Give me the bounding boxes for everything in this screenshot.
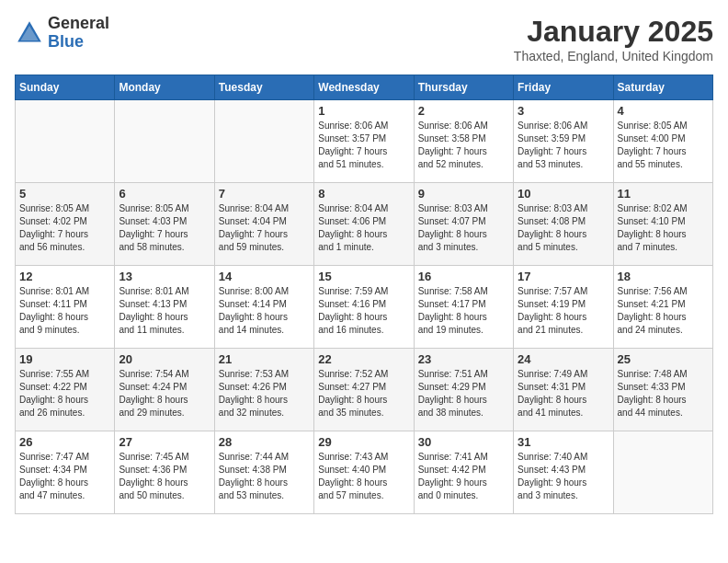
day-info: Sunrise: 7:41 AM Sunset: 4:42 PM Dayligh… <box>418 451 509 502</box>
day-number: 24 <box>518 352 609 366</box>
day-info: Sunrise: 8:04 AM Sunset: 4:04 PM Dayligh… <box>219 202 310 254</box>
day-number: 8 <box>318 187 409 201</box>
day-info: Sunrise: 7:48 AM Sunset: 4:33 PM Dayligh… <box>618 368 709 419</box>
calendar-cell: 20Sunrise: 7:54 AM Sunset: 4:24 PM Dayli… <box>115 349 214 431</box>
calendar-cell: 9Sunrise: 8:03 AM Sunset: 4:07 PM Daylig… <box>414 183 513 266</box>
day-info: Sunrise: 7:54 AM Sunset: 4:24 PM Dayligh… <box>119 368 210 419</box>
calendar-week-row: 1Sunrise: 8:06 AM Sunset: 3:57 PM Daylig… <box>16 100 713 183</box>
day-number: 1 <box>318 104 409 118</box>
day-number: 2 <box>418 104 509 118</box>
weekday-header: Thursday <box>414 75 513 100</box>
calendar-cell: 22Sunrise: 7:52 AM Sunset: 4:27 PM Dayli… <box>314 349 414 431</box>
calendar-week-row: 5Sunrise: 8:05 AM Sunset: 4:02 PM Daylig… <box>16 183 713 266</box>
day-info: Sunrise: 8:05 AM Sunset: 4:02 PM Dayligh… <box>19 202 110 254</box>
calendar-cell: 2Sunrise: 8:06 AM Sunset: 3:58 PM Daylig… <box>414 100 513 183</box>
weekday-header: Monday <box>115 75 214 100</box>
day-info: Sunrise: 8:00 AM Sunset: 4:14 PM Dayligh… <box>219 285 310 337</box>
day-number: 20 <box>119 352 210 366</box>
calendar-week-row: 26Sunrise: 7:47 AM Sunset: 4:34 PM Dayli… <box>16 431 713 514</box>
month-title: January 2025 <box>514 15 713 49</box>
logo-general-text: General <box>48 15 109 33</box>
day-number: 3 <box>518 104 609 118</box>
calendar-cell: 13Sunrise: 8:01 AM Sunset: 4:13 PM Dayli… <box>115 266 214 349</box>
page-header: General Blue January 2025 Thaxted, Engla… <box>15 15 713 63</box>
logo-icon <box>15 18 44 48</box>
calendar-cell <box>16 100 115 183</box>
day-info: Sunrise: 7:56 AM Sunset: 4:21 PM Dayligh… <box>618 285 709 337</box>
day-number: 6 <box>119 187 210 201</box>
calendar-cell: 24Sunrise: 7:49 AM Sunset: 4:31 PM Dayli… <box>514 349 613 431</box>
day-number: 18 <box>618 270 709 283</box>
calendar-table: SundayMondayTuesdayWednesdayThursdayFrid… <box>15 75 713 514</box>
calendar-cell: 5Sunrise: 8:05 AM Sunset: 4:02 PM Daylig… <box>16 183 115 266</box>
day-info: Sunrise: 8:03 AM Sunset: 4:07 PM Dayligh… <box>418 202 509 254</box>
calendar-cell: 15Sunrise: 7:59 AM Sunset: 4:16 PM Dayli… <box>314 266 414 349</box>
calendar-cell: 1Sunrise: 8:06 AM Sunset: 3:57 PM Daylig… <box>314 100 414 183</box>
title-block: January 2025 Thaxted, England, United Ki… <box>514 15 713 63</box>
calendar-cell: 8Sunrise: 8:04 AM Sunset: 4:06 PM Daylig… <box>314 183 414 266</box>
day-info: Sunrise: 8:03 AM Sunset: 4:08 PM Dayligh… <box>518 202 609 254</box>
day-info: Sunrise: 8:04 AM Sunset: 4:06 PM Dayligh… <box>318 202 409 254</box>
day-info: Sunrise: 8:01 AM Sunset: 4:13 PM Dayligh… <box>119 285 210 337</box>
weekday-header: Tuesday <box>214 75 313 100</box>
logo: General Blue <box>15 15 109 52</box>
day-info: Sunrise: 7:59 AM Sunset: 4:16 PM Dayligh… <box>318 285 409 337</box>
calendar-cell: 17Sunrise: 7:57 AM Sunset: 4:19 PM Dayli… <box>514 266 613 349</box>
calendar-cell: 7Sunrise: 8:04 AM Sunset: 4:04 PM Daylig… <box>214 183 313 266</box>
day-info: Sunrise: 7:55 AM Sunset: 4:22 PM Dayligh… <box>19 368 110 419</box>
day-info: Sunrise: 7:44 AM Sunset: 4:38 PM Dayligh… <box>219 451 310 502</box>
day-info: Sunrise: 8:05 AM Sunset: 4:00 PM Dayligh… <box>618 120 709 171</box>
day-number: 27 <box>119 435 210 449</box>
day-number: 16 <box>418 270 509 283</box>
day-number: 29 <box>318 435 409 449</box>
day-number: 15 <box>318 270 409 283</box>
day-number: 5 <box>19 187 110 201</box>
day-number: 23 <box>418 352 509 366</box>
day-number: 28 <box>219 435 310 449</box>
day-number: 31 <box>518 435 609 449</box>
day-info: Sunrise: 7:52 AM Sunset: 4:27 PM Dayligh… <box>318 368 409 419</box>
day-number: 30 <box>418 435 509 449</box>
day-number: 12 <box>19 270 110 283</box>
weekday-header: Sunday <box>16 75 115 100</box>
day-number: 10 <box>518 187 609 201</box>
day-number: 7 <box>219 187 310 201</box>
calendar-week-row: 19Sunrise: 7:55 AM Sunset: 4:22 PM Dayli… <box>16 349 713 431</box>
calendar-cell <box>115 100 214 183</box>
day-info: Sunrise: 7:58 AM Sunset: 4:17 PM Dayligh… <box>418 285 509 337</box>
day-info: Sunrise: 8:02 AM Sunset: 4:10 PM Dayligh… <box>618 202 709 254</box>
day-info: Sunrise: 7:43 AM Sunset: 4:40 PM Dayligh… <box>318 451 409 502</box>
day-number: 21 <box>219 352 310 366</box>
weekday-header: Saturday <box>613 75 712 100</box>
day-info: Sunrise: 8:01 AM Sunset: 4:11 PM Dayligh… <box>19 285 110 337</box>
calendar-cell: 3Sunrise: 8:06 AM Sunset: 3:59 PM Daylig… <box>514 100 613 183</box>
day-info: Sunrise: 8:06 AM Sunset: 3:58 PM Dayligh… <box>418 120 509 171</box>
day-number: 22 <box>318 352 409 366</box>
calendar-cell: 10Sunrise: 8:03 AM Sunset: 4:08 PM Dayli… <box>514 183 613 266</box>
calendar-cell: 18Sunrise: 7:56 AM Sunset: 4:21 PM Dayli… <box>613 266 712 349</box>
calendar-cell: 11Sunrise: 8:02 AM Sunset: 4:10 PM Dayli… <box>613 183 712 266</box>
calendar-cell: 30Sunrise: 7:41 AM Sunset: 4:42 PM Dayli… <box>414 431 513 514</box>
header-row: SundayMondayTuesdayWednesdayThursdayFrid… <box>16 75 713 100</box>
calendar-cell: 28Sunrise: 7:44 AM Sunset: 4:38 PM Dayli… <box>214 431 313 514</box>
calendar-week-row: 12Sunrise: 8:01 AM Sunset: 4:11 PM Dayli… <box>16 266 713 349</box>
calendar-cell: 25Sunrise: 7:48 AM Sunset: 4:33 PM Dayli… <box>613 349 712 431</box>
day-number: 9 <box>418 187 509 201</box>
weekday-header: Friday <box>514 75 613 100</box>
day-info: Sunrise: 7:49 AM Sunset: 4:31 PM Dayligh… <box>518 368 609 419</box>
calendar-cell <box>613 431 712 514</box>
day-number: 17 <box>518 270 609 283</box>
day-number: 14 <box>219 270 310 283</box>
day-info: Sunrise: 7:40 AM Sunset: 4:43 PM Dayligh… <box>518 451 609 502</box>
calendar-cell: 31Sunrise: 7:40 AM Sunset: 4:43 PM Dayli… <box>514 431 613 514</box>
day-info: Sunrise: 8:05 AM Sunset: 4:03 PM Dayligh… <box>119 202 210 254</box>
calendar-cell <box>214 100 313 183</box>
day-number: 4 <box>618 104 709 118</box>
calendar-cell: 6Sunrise: 8:05 AM Sunset: 4:03 PM Daylig… <box>115 183 214 266</box>
calendar-cell: 16Sunrise: 7:58 AM Sunset: 4:17 PM Dayli… <box>414 266 513 349</box>
location: Thaxted, England, United Kingdom <box>514 49 713 63</box>
calendar-cell: 21Sunrise: 7:53 AM Sunset: 4:26 PM Dayli… <box>214 349 313 431</box>
day-number: 13 <box>119 270 210 283</box>
day-number: 25 <box>618 352 709 366</box>
day-info: Sunrise: 8:06 AM Sunset: 3:57 PM Dayligh… <box>318 120 409 171</box>
